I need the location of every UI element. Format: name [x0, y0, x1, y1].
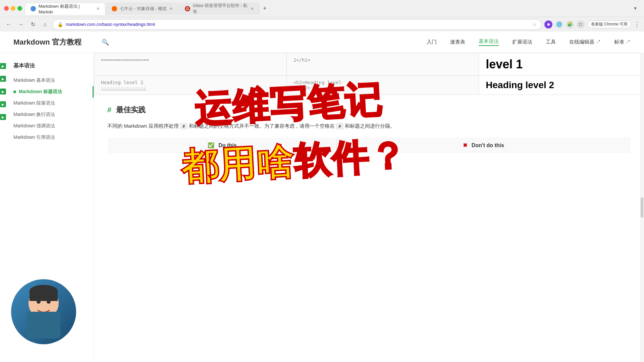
scrollbar-track[interactable]: [640, 53, 644, 362]
syntax-table: ================= 1</h1> level 1 Heading…: [94, 53, 644, 95]
nav-online-editor[interactable]: 在线编辑器 ↗: [569, 39, 601, 45]
table-row-2: Heading level 2 ---------------- <h2>Hea…: [94, 76, 644, 95]
svg-rect-3: [27, 312, 60, 339]
security-icon: 🔒: [57, 22, 63, 27]
tab-favicon-md: [31, 6, 36, 11]
reload-button[interactable]: ↻: [28, 20, 38, 29]
do-icon: ✅: [208, 142, 214, 148]
ext-icon-1[interactable]: ◆: [544, 20, 552, 28]
nav-tools[interactable]: 工具: [546, 39, 556, 45]
nav-cheatsheet[interactable]: 速查表: [450, 39, 465, 45]
traffic-lights: [4, 6, 22, 11]
tab-close-1[interactable]: ✕: [96, 6, 100, 11]
browser-chrome: Markdown 标题语法 | Markdo ✕ 七牛云 - 对象存储 - 概览…: [0, 0, 644, 32]
tab-label-2: 七牛云 - 对象存储 - 概览: [120, 6, 167, 12]
best-practices-section: # 最佳实践 不同的 Markdown 应用程序处理 # 和标题之间的空格方式并…: [94, 95, 644, 164]
nav-basic-syntax[interactable]: 基本语法: [479, 38, 499, 46]
home-button[interactable]: ⌂: [40, 20, 50, 29]
content-area: ================= 1</h1> level 1 Heading…: [94, 53, 644, 362]
new-tab-button[interactable]: +: [260, 2, 269, 15]
active-indicator: [13, 90, 16, 93]
render-cell-1: level 1: [479, 53, 644, 76]
table-row-1: ================= 1</h1> level 1: [94, 53, 644, 76]
html-cell-1: 1</h1>: [286, 53, 479, 76]
more-options-button[interactable]: ⋮: [634, 21, 640, 28]
render-cell-2: Heading level 2: [479, 76, 644, 95]
sidebar-item-emphasis[interactable]: Markdown 强调语法: [0, 120, 94, 132]
sidebar-item-blockquote[interactable]: Markdown 引用语法: [0, 132, 94, 143]
tab-list-button[interactable]: ▼: [631, 5, 640, 12]
main-content: ▶ ▶ ▶ ▶ ▶ 基本语法 Markdown 基本语法 Markdown 标题…: [0, 53, 644, 362]
sidebar-item-heading[interactable]: Markdown 标题语法: [0, 86, 94, 98]
sidebar-toggle-5[interactable]: ▶: [0, 114, 6, 120]
url-bar[interactable]: 🔒 markdown.com.cn/basic-syntax/headings.…: [52, 19, 542, 30]
dont-header: ✖ Don't do this: [337, 137, 631, 153]
scrollbar-thumb[interactable]: [641, 197, 643, 218]
tab-bar: Markdown 标题语法 | Markdo ✕ 七牛云 - 对象存储 - 概览…: [25, 2, 628, 15]
tab-markdown[interactable]: Markdown 标题语法 | Markdo ✕: [25, 3, 105, 15]
fullscreen-button[interactable]: [17, 6, 22, 11]
svg-rect-5: [30, 291, 58, 301]
dont-icon: ✖: [463, 142, 467, 148]
tab-favicon-qiniu: [112, 6, 117, 11]
avatar-overlay: [10, 278, 77, 345]
tab-qiniu[interactable]: 七牛云 - 对象存储 - 概览 ✕: [106, 3, 178, 15]
tab-favicon-gitee: G: [185, 6, 190, 11]
back-button[interactable]: ←: [4, 20, 13, 29]
best-practices-description: 不同的 Markdown 应用程序处理 # 和标题之间的空格方式并不一致。为了兼…: [107, 122, 631, 130]
site-logo[interactable]: Markdown 官方教程: [13, 37, 82, 47]
best-practices-heading: # 最佳实践: [107, 105, 631, 115]
ext-icon-3[interactable]: 🧩: [566, 20, 574, 28]
do-header: ✅ Do this: [108, 137, 337, 153]
sidebar-toggle-3[interactable]: ▶: [0, 88, 6, 95]
page: Markdown 官方教程 🔍 入门 速查表 基本语法 扩展语法 工具 在线编辑…: [0, 32, 644, 362]
do-dont-header-row: ✅ Do this ✖ Don't do this: [108, 137, 631, 153]
update-chrome-button[interactable]: 有新版 Chrome 可用: [587, 20, 631, 28]
tab-label-1: Markdown 标题语法 | Markdo: [39, 3, 94, 14]
tab-close-2[interactable]: ✕: [169, 6, 173, 11]
address-bar: ← → ↻ ⌂ 🔒 markdown.com.cn/basic-syntax/h…: [0, 17, 644, 32]
sidebar-item-paragraph[interactable]: Markdown 段落语法: [0, 98, 94, 109]
profile-toggle-button[interactable]: □: [577, 20, 585, 28]
close-button[interactable]: [4, 6, 9, 11]
h2-render: Heading level 2: [486, 80, 554, 90]
site-header: Markdown 官方教程 🔍 入门 速查表 基本语法 扩展语法 工具 在线编辑…: [0, 32, 644, 53]
tab-close-3[interactable]: ✕: [251, 6, 254, 11]
search-button[interactable]: 🔍: [102, 39, 109, 46]
sidebar-toggle-4[interactable]: ▶: [0, 101, 6, 107]
forward-button[interactable]: →: [16, 20, 25, 29]
sidebar-section-title: 基本语法: [0, 60, 94, 72]
html-cell-2: <h2>Heading level 2</h2>: [286, 76, 479, 95]
nav-extended-syntax[interactable]: 扩展语法: [512, 39, 532, 45]
ext-icon-2[interactable]: 🌐: [555, 20, 563, 28]
nav-intro[interactable]: 入门: [427, 39, 437, 45]
title-bar: Markdown 标题语法 | Markdo ✕ 七牛云 - 对象存储 - 概览…: [0, 0, 644, 17]
markdown-cell-2: Heading level 2 ----------------: [94, 76, 287, 95]
hash-symbol: #: [107, 106, 111, 114]
bookmark-icon[interactable]: ☆: [532, 22, 537, 27]
h1-render: level 1: [486, 57, 523, 71]
nav-standard[interactable]: 标准 ↗: [614, 39, 631, 45]
tab-gitee[interactable]: G Gitee 研发管理平台软件 - 私有 ✕: [179, 3, 260, 15]
minimize-button[interactable]: [11, 6, 15, 11]
sidebar-toggle-2[interactable]: ▶: [0, 76, 6, 82]
inline-code-hash: #: [180, 123, 187, 129]
markdown-cell-1: =================: [94, 53, 287, 76]
sidebar-toggle-1[interactable]: ▶: [0, 63, 6, 69]
inline-code-hash-2: #: [336, 123, 343, 129]
avatar-svg: [23, 285, 64, 339]
sidebar-item-linebreak[interactable]: Markdown 换行语法: [0, 109, 94, 120]
site-nav: 入门 速查表 基本语法 扩展语法 工具 在线编辑器 ↗ 标准 ↗: [427, 38, 631, 46]
tab-label-3: Gitee 研发管理平台软件 - 私有: [193, 3, 248, 15]
extension-icons: ◆ 🌐 🧩 □: [544, 20, 585, 28]
do-dont-table: ✅ Do this ✖ Don't do this: [107, 137, 631, 154]
sidebar-item-basic[interactable]: Markdown 基本语法: [0, 75, 94, 86]
avatar-face: [11, 279, 76, 344]
url-text: markdown.com.cn/basic-syntax/headings.ht…: [66, 22, 530, 27]
